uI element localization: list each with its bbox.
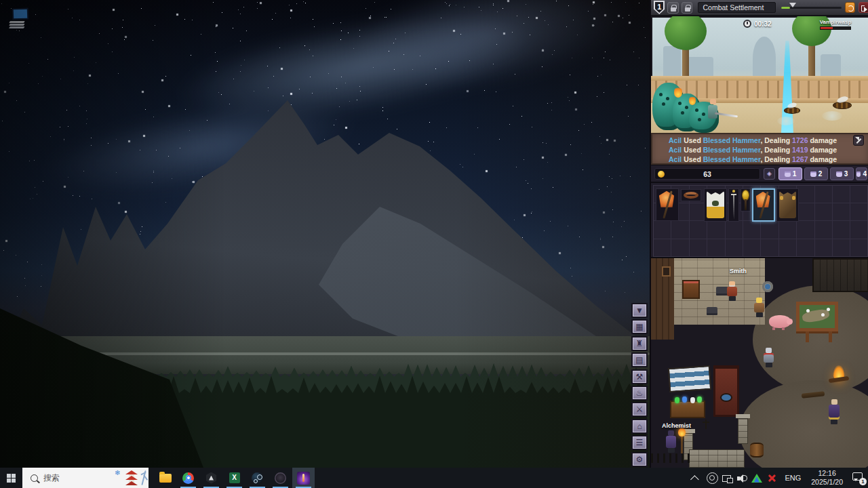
game-header-bar: 1 Combat Settlement — [651, 0, 868, 16]
taskbar-app-steam[interactable] — [246, 468, 269, 488]
snowflake-icon: ❄ — [115, 469, 120, 476]
milky-way — [0, 0, 650, 327]
refresh-button[interactable] — [845, 2, 856, 13]
alchemy-rack — [713, 365, 739, 417]
notice-board[interactable] — [796, 302, 838, 331]
npc-smith[interactable] — [727, 281, 737, 301]
bag-tab-1[interactable]: 1 — [778, 167, 802, 180]
tree-canopy — [665, 16, 707, 50]
inventory-item-armor-light[interactable] — [704, 188, 727, 222]
winter-tree-icon — [141, 470, 146, 485]
gpu-tray-icon[interactable] — [751, 472, 763, 484]
steam-icon — [252, 472, 263, 484]
npc-alchemist[interactable] — [666, 430, 676, 453]
taskbar-search[interactable]: ❄ — [22, 468, 149, 488]
red-cross-tray-icon[interactable] — [766, 472, 778, 484]
collapse-panel-button[interactable]: ▼ — [631, 303, 648, 318]
city-buildings-button[interactable]: ▦ — [631, 319, 648, 334]
npc-blonde[interactable] — [754, 298, 764, 317]
quest-list-button[interactable]: ☰ — [631, 435, 648, 450]
language-indicator[interactable]: ENG — [779, 474, 806, 482]
hex-game-icon — [205, 472, 217, 484]
armory-button[interactable]: ♜ — [631, 336, 648, 351]
bag-tab-3[interactable]: 3 — [830, 167, 854, 180]
system-tray: ENG 12:16 2025/1/20 1 — [689, 468, 868, 488]
mountain-silhouette — [0, 0, 650, 468]
bag-tab-4[interactable]: 4 — [856, 167, 867, 180]
mountain-scree — [0, 0, 650, 468]
taskbar-app-game-round[interactable] — [269, 468, 292, 488]
npc-mage[interactable] — [829, 399, 840, 424]
game-window: 1 Combat Settlement — [650, 0, 868, 468]
taskbar: ❄ X ENG 12:16 2025/1/20 1 — [0, 468, 868, 488]
combat-log: Acil Used Blessed Hammer, Dealing 1726 d… — [651, 133, 868, 165]
obs-tray-icon[interactable] — [707, 472, 718, 484]
battle-scene: 00:32 Vampirwasp — [651, 16, 868, 133]
shield-badge[interactable]: 1 — [654, 1, 665, 14]
lock-icon[interactable] — [667, 2, 679, 14]
search-icon — [31, 474, 38, 482]
this-pc-icon[interactable] — [9, 7, 31, 28]
taskbar-app-game-hex[interactable] — [200, 468, 222, 488]
forge-crate — [682, 280, 700, 299]
round-game-icon — [275, 472, 286, 484]
gem-button[interactable]: ◈ — [764, 168, 775, 180]
star-field-bright — [0, 0, 1, 1]
hidden-icons-chevron[interactable] — [690, 475, 699, 484]
inventory-item-axe[interactable] — [656, 188, 679, 221]
exit-button[interactable] — [859, 2, 868, 13]
pc-network-tray-icon[interactable] — [722, 473, 733, 485]
taskbar-app-chrome[interactable] — [177, 468, 199, 488]
inventory-item-axe[interactable] — [752, 188, 775, 222]
inventory-item-mace[interactable] — [741, 188, 751, 211]
battle-timer: 00:32 — [743, 20, 772, 28]
journal-button[interactable]: ▤ — [631, 352, 648, 367]
barrel — [750, 443, 764, 458]
flame-effect — [674, 85, 682, 98]
inventory-item-sword[interactable] — [728, 188, 739, 222]
potion-table — [670, 401, 705, 418]
settings-button[interactable]: ⚙ — [631, 452, 648, 467]
home-button[interactable]: ⌂ — [631, 419, 648, 434]
clock-time: 12:16 — [811, 469, 843, 478]
taskbar-app-game-arcane[interactable] — [292, 468, 315, 488]
inventory-item-armor-heavy[interactable] — [776, 188, 799, 222]
pig[interactable] — [769, 315, 791, 328]
castle-spire — [753, 37, 776, 80]
inventory-grid[interactable] — [653, 185, 868, 257]
wall-picture — [662, 266, 671, 277]
timer-value: 00:32 — [754, 20, 772, 28]
stone-pillar — [738, 418, 748, 444]
monitor-icon — [12, 8, 29, 20]
bag-tab-2[interactable]: 2 — [804, 167, 828, 180]
taskbar-app-excel[interactable]: X — [223, 468, 245, 488]
taskbar-app-file-explorer[interactable] — [154, 468, 176, 488]
slider-handle[interactable] — [789, 3, 796, 11]
left-forest-shadow — [0, 0, 650, 468]
arcane-game-icon — [297, 472, 310, 485]
npc-alchemist-label: Alchemist — [662, 422, 691, 429]
enemy-hp-bar — [820, 26, 851, 30]
smithy-button[interactable]: ⚒ — [631, 369, 648, 384]
wasp-enemy — [784, 107, 800, 118]
dark-shed — [812, 258, 868, 292]
notification-center[interactable]: 1 — [848, 468, 868, 488]
windows-logo-icon — [7, 474, 16, 483]
npc-knight[interactable] — [764, 348, 774, 367]
tavern-button[interactable]: ♨ — [631, 386, 648, 401]
search-input[interactable] — [43, 473, 111, 483]
location-title: Combat Settlement — [698, 2, 775, 13]
volume-icon[interactable] — [736, 472, 748, 484]
start-button[interactable] — [0, 468, 22, 488]
expand-log-button[interactable] — [853, 135, 864, 146]
enemy-name: Vampirwasp — [818, 19, 853, 25]
valley-band — [0, 336, 650, 374]
potion-white — [690, 397, 695, 403]
clock[interactable]: 12:16 2025/1/20 — [806, 469, 848, 487]
header-slider[interactable] — [781, 7, 842, 9]
shield-badge-count: 1 — [654, 1, 665, 14]
lock-icon[interactable] — [682, 2, 693, 14]
inventory-item-belt[interactable] — [681, 189, 701, 201]
weapons-button[interactable]: ⚔ — [631, 402, 648, 417]
clock-date: 2025/1/20 — [811, 478, 843, 487]
